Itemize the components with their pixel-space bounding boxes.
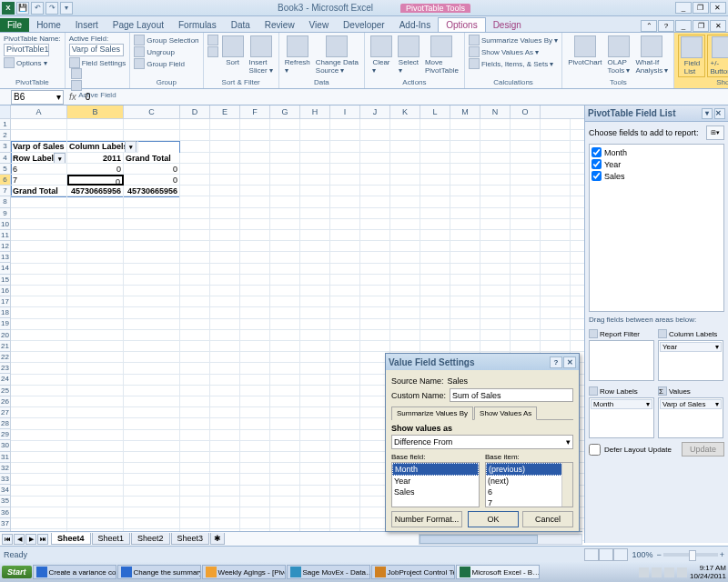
- cell[interactable]: [330, 407, 360, 418]
- cell[interactable]: [210, 196, 240, 207]
- zoom-level[interactable]: 100%: [632, 550, 652, 559]
- cell[interactable]: [210, 119, 240, 130]
- cell[interactable]: [124, 474, 180, 485]
- cell[interactable]: [330, 141, 360, 152]
- tab-file[interactable]: File: [0, 18, 29, 32]
- cell[interactable]: [511, 307, 541, 318]
- active-field-input[interactable]: Varp of Sales: [69, 44, 124, 56]
- cell[interactable]: [420, 252, 450, 263]
- tab-design[interactable]: Design: [486, 18, 529, 32]
- cell[interactable]: [511, 330, 541, 341]
- cell[interactable]: [270, 119, 300, 130]
- ungroup-button[interactable]: Ungroup: [134, 46, 198, 57]
- cell[interactable]: [67, 486, 124, 497]
- zoom-out-button[interactable]: −: [656, 550, 661, 559]
- cell[interactable]: [450, 307, 480, 318]
- cell[interactable]: [67, 430, 124, 441]
- cell[interactable]: [571, 341, 584, 352]
- sheet-tab-sheet1[interactable]: Sheet1: [92, 533, 131, 545]
- area-values[interactable]: ΣValues Varp of Sales▾: [658, 385, 723, 438]
- row-header[interactable]: 28: [0, 418, 11, 429]
- cell[interactable]: [240, 452, 270, 463]
- cell[interactable]: [270, 153, 300, 164]
- cell[interactable]: [240, 497, 270, 507]
- cell[interactable]: [450, 241, 480, 252]
- tab-formulas[interactable]: Formulas: [171, 18, 224, 32]
- taskbar-item[interactable]: Change the summary…: [117, 565, 201, 579]
- row-header[interactable]: 10: [0, 219, 11, 230]
- cell[interactable]: 2011: [67, 153, 124, 164]
- cell[interactable]: [330, 119, 360, 130]
- cell[interactable]: [11, 441, 67, 452]
- cell[interactable]: [450, 119, 480, 130]
- cell[interactable]: [420, 219, 450, 230]
- cell[interactable]: [360, 296, 390, 307]
- cell[interactable]: [300, 352, 330, 363]
- cell[interactable]: [124, 264, 180, 275]
- cell[interactable]: [240, 264, 270, 275]
- cell[interactable]: [300, 196, 330, 207]
- cell[interactable]: [124, 230, 180, 241]
- list-item-6[interactable]: 6: [486, 487, 572, 497]
- cell[interactable]: [511, 175, 541, 186]
- cell[interactable]: [11, 341, 67, 352]
- cell[interactable]: [270, 219, 300, 230]
- expand-field-button[interactable]: [71, 68, 126, 79]
- cell[interactable]: [180, 430, 210, 441]
- cell[interactable]: [270, 275, 300, 286]
- cell[interactable]: [390, 186, 420, 196]
- cell[interactable]: [270, 130, 300, 141]
- cell[interactable]: [210, 219, 240, 230]
- cell[interactable]: [480, 164, 511, 175]
- cell[interactable]: [450, 219, 480, 230]
- cell[interactable]: [124, 130, 180, 141]
- cell[interactable]: [67, 130, 124, 141]
- cell[interactable]: [210, 441, 240, 452]
- dialog-close-button[interactable]: ✕: [563, 356, 576, 368]
- pivotchart-button[interactable]: PivotChart: [566, 35, 603, 75]
- cell[interactable]: [330, 363, 360, 374]
- cell[interactable]: [300, 275, 330, 286]
- cell[interactable]: [330, 219, 360, 230]
- cell[interactable]: [390, 141, 420, 152]
- cell[interactable]: [511, 230, 541, 241]
- cell[interactable]: [420, 307, 450, 318]
- tab-data[interactable]: Data: [224, 18, 258, 32]
- row-header[interactable]: 12: [0, 241, 11, 252]
- cell[interactable]: [360, 264, 390, 275]
- cell[interactable]: [11, 130, 67, 141]
- sheet-nav-first-icon[interactable]: ⏮: [2, 534, 13, 545]
- cell[interactable]: [360, 196, 390, 207]
- cell[interactable]: [330, 186, 360, 196]
- cell[interactable]: [450, 208, 480, 219]
- cell[interactable]: [124, 252, 180, 263]
- field-list-layout-button[interactable]: ⊞▾: [706, 125, 724, 140]
- row-header[interactable]: 17: [0, 296, 11, 307]
- tab-page-layout[interactable]: Page Layout: [106, 18, 171, 32]
- cell[interactable]: [124, 418, 180, 429]
- cell[interactable]: [67, 396, 124, 407]
- row-header[interactable]: 31: [0, 452, 11, 463]
- cell[interactable]: [541, 164, 571, 175]
- cell[interactable]: [210, 486, 240, 497]
- cell[interactable]: [480, 241, 511, 252]
- cell[interactable]: [180, 407, 210, 418]
- cell[interactable]: [11, 486, 67, 497]
- cell[interactable]: [67, 275, 124, 286]
- taskbar-item[interactable]: Weekly Agings - [Pivo…: [202, 565, 286, 579]
- col-header[interactable]: N: [480, 105, 511, 118]
- cell[interactable]: [480, 141, 511, 152]
- cell[interactable]: [541, 219, 571, 230]
- cell[interactable]: [300, 452, 330, 463]
- cell[interactable]: [330, 264, 360, 275]
- help-button[interactable]: ?: [658, 20, 674, 32]
- cell[interactable]: [300, 186, 330, 196]
- cell[interactable]: [210, 518, 240, 529]
- cell[interactable]: [571, 286, 584, 296]
- cell[interactable]: [240, 307, 270, 318]
- row-header[interactable]: 24: [0, 374, 11, 385]
- options-button[interactable]: Options ▾: [4, 57, 61, 68]
- cell[interactable]: [390, 307, 420, 318]
- cell[interactable]: [480, 319, 511, 330]
- cell[interactable]: [511, 341, 541, 352]
